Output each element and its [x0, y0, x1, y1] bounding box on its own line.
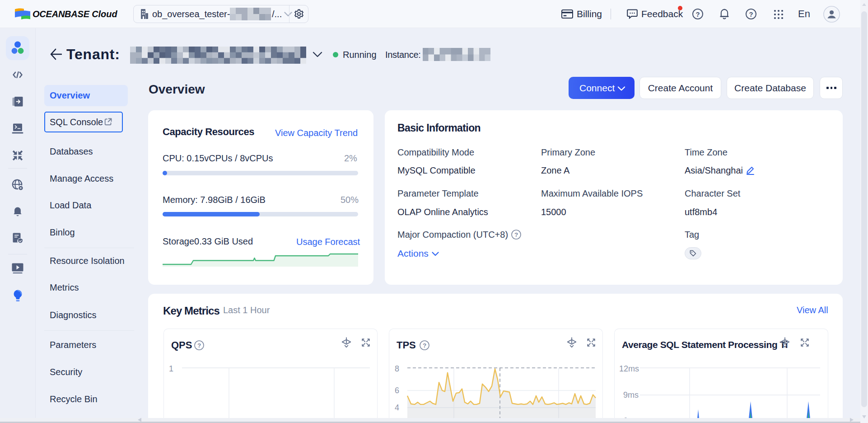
svg-text:?: ? — [749, 11, 753, 18]
svg-text:?: ? — [514, 231, 518, 238]
svg-text:?: ? — [695, 11, 700, 18]
svg-text:?: ? — [423, 342, 426, 349]
svg-text:?: ? — [197, 342, 201, 349]
